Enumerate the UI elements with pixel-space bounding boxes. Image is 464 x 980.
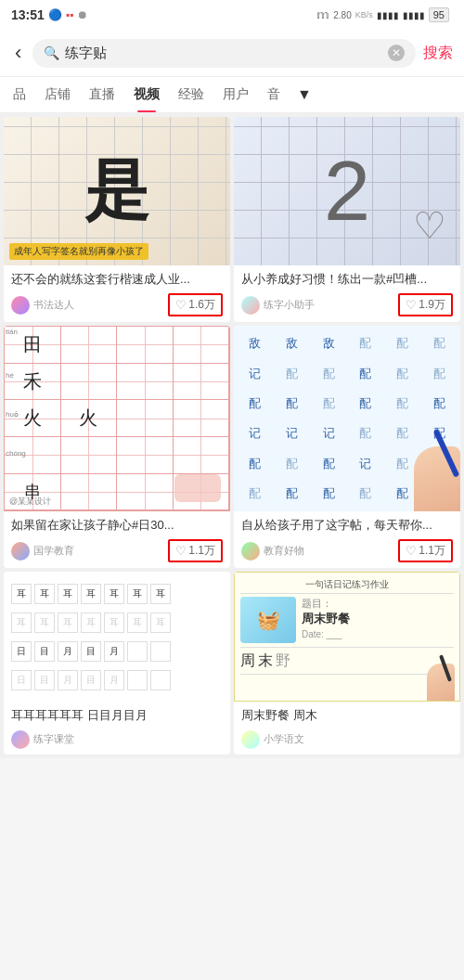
calligraphy-char: 是 bbox=[84, 148, 149, 235]
practice-char: 耳 bbox=[104, 584, 124, 604]
status-time: 13:51 bbox=[11, 7, 45, 22]
avatar-4 bbox=[241, 542, 260, 561]
card-title-2: 从小养成好习惯！练出一款#凹槽... bbox=[241, 271, 453, 288]
video-thumb-3: 田 禾 火 火 串 bbox=[4, 326, 230, 511]
video-card-4[interactable]: 敌 敌 敌 配 配 配 记 配 配 配 配 配 配 配 配 配 配 bbox=[234, 326, 460, 568]
tab-shop[interactable]: 店铺 bbox=[35, 77, 80, 112]
card-info-6: 周末野餐 周木 小学语文 bbox=[234, 702, 460, 754]
blue-cell: 配 bbox=[238, 480, 273, 508]
practice-char: 日 bbox=[11, 641, 32, 662]
video-card-2[interactable]: 2 ♡ 从小养成好习惯！练出一款#凹槽... 练字小助手 ♡ 1.9万 bbox=[234, 117, 460, 322]
practice-char: 目 bbox=[34, 670, 55, 690]
blue-cell: 配 bbox=[385, 390, 420, 418]
lined-sheet: 耳 耳 耳 耳 耳 耳 耳 耳 耳 耳 耳 耳 耳 耳 bbox=[4, 572, 230, 702]
practice-char: 月 bbox=[58, 641, 78, 662]
tian-cell bbox=[174, 327, 230, 364]
search-input-wrap[interactable]: 🔍 练字贴 ✕ bbox=[32, 39, 416, 68]
video-card-3[interactable]: 田 禾 火 火 串 bbox=[4, 326, 230, 568]
video-thumb-4: 敌 敌 敌 配 配 配 记 配 配 配 配 配 配 配 配 配 配 bbox=[234, 326, 460, 511]
avatar-3 bbox=[11, 542, 30, 561]
tian-cell bbox=[174, 364, 230, 401]
blue-cell: 敌 bbox=[238, 329, 273, 357]
tab-video[interactable]: 视频 bbox=[124, 77, 169, 112]
back-button[interactable]: ‹ bbox=[11, 37, 25, 69]
author-info-1: 书法达人 bbox=[11, 296, 74, 315]
video-card-5[interactable]: 耳 耳 耳 耳 耳 耳 耳 耳 耳 耳 耳 耳 耳 耳 bbox=[4, 572, 230, 754]
tian-cell bbox=[117, 437, 174, 474]
video-card-1[interactable]: 是 成年人写字签名就别再像小孩了 还不会的就练这套行楷速成人业... 书法达人 … bbox=[4, 117, 230, 322]
network-icon: 🔵 bbox=[48, 8, 62, 21]
tab-live[interactable]: 直播 bbox=[80, 77, 124, 112]
tian-cell bbox=[117, 474, 174, 511]
video-card-6[interactable]: 一句话日记练习作业 🧺 题目： 周末野餐 Date: ___ 周 末 bbox=[234, 572, 460, 754]
avatar-1 bbox=[11, 296, 30, 315]
blue-cell: 配 bbox=[311, 360, 346, 388]
tian-cell bbox=[61, 474, 118, 511]
blue-cell: 配 bbox=[238, 450, 273, 478]
tab-user[interactable]: 用户 bbox=[213, 77, 258, 112]
tab-goods[interactable]: 品 bbox=[4, 77, 35, 112]
clear-button[interactable]: ✕ bbox=[388, 45, 405, 61]
card-info-4: 自从给孩子用了这字帖，每天帮你... 教育好物 ♡ 1.1万 bbox=[234, 511, 460, 568]
blue-cell: 配 bbox=[238, 390, 273, 418]
battery-indicator: 95 bbox=[429, 7, 449, 22]
blue-cell: 记 bbox=[238, 360, 273, 388]
card-meta-2: 练字小助手 ♡ 1.9万 bbox=[241, 293, 453, 316]
heart-icon-2: ♡ bbox=[406, 298, 417, 312]
tian-cell bbox=[174, 437, 230, 474]
sim-icon: ▪▪ bbox=[66, 8, 74, 21]
like-count-2: ♡ 1.9万 bbox=[398, 293, 453, 316]
m-icon: 𝕞 bbox=[316, 8, 329, 21]
like-number-2: 1.9万 bbox=[419, 297, 445, 313]
practice-char: 目 bbox=[81, 641, 101, 662]
tab-music[interactable]: 音 bbox=[258, 77, 290, 112]
card-info-1: 还不会的就练这套行楷速成人业... 书法达人 ♡ 1.6万 bbox=[4, 265, 230, 322]
video-thumb-5: 耳 耳 耳 耳 耳 耳 耳 耳 耳 耳 耳 耳 耳 耳 bbox=[4, 572, 230, 702]
like-number-1: 1.6万 bbox=[188, 297, 215, 313]
tian-cell bbox=[117, 327, 174, 364]
search-button[interactable]: 搜索 bbox=[423, 44, 453, 63]
search-bar: ‹ 🔍 练字贴 ✕ 搜索 bbox=[0, 30, 464, 77]
blue-cell: 记 bbox=[275, 419, 310, 447]
blue-cell: 配 bbox=[275, 360, 310, 388]
tab-experience[interactable]: 经验 bbox=[169, 77, 213, 112]
card-info-5: 耳耳耳耳耳耳 日目月目月 练字课堂 bbox=[4, 702, 230, 754]
blue-cell: 配 bbox=[348, 419, 383, 447]
author-info-3: 国学教育 bbox=[11, 542, 74, 561]
video-thumb-2: 2 ♡ bbox=[234, 117, 460, 265]
video-thumb-1: 是 成年人写字签名就别再像小孩了 bbox=[4, 117, 230, 265]
practice-char: 月 bbox=[104, 670, 124, 690]
practice-char bbox=[150, 670, 171, 690]
tab-bar: 品 店铺 直播 视频 经验 用户 音 ▼ bbox=[0, 77, 464, 113]
blue-cell: 敌 bbox=[311, 329, 346, 357]
filter-icon[interactable]: ▼ bbox=[290, 77, 319, 112]
blue-cell: 配 bbox=[421, 329, 457, 357]
card-title-5: 耳耳耳耳耳耳 日目月目月 bbox=[11, 707, 223, 724]
number-char: 2 bbox=[324, 144, 370, 239]
card-meta-1: 书法达人 ♡ 1.6万 bbox=[11, 293, 223, 316]
practice-char: 耳 bbox=[150, 612, 171, 633]
like-count-4: ♡ 1.1万 bbox=[398, 539, 453, 562]
practice-char: 月 bbox=[58, 670, 78, 690]
author-name-2: 练字小助手 bbox=[264, 298, 315, 312]
author-name-4: 教育好物 bbox=[264, 544, 304, 558]
blue-cell: 配 bbox=[421, 360, 457, 388]
practice-line-2: 耳 耳 耳 耳 耳 耳 耳 bbox=[11, 612, 223, 633]
card-title-1: 还不会的就练这套行楷速成人业... bbox=[11, 271, 223, 288]
blue-cell: 记 bbox=[311, 419, 346, 447]
author-name-5: 练字课堂 bbox=[33, 732, 74, 746]
practice-char: 耳 bbox=[127, 612, 148, 633]
blue-cell: 配 bbox=[275, 390, 310, 418]
blue-cell: 配 bbox=[311, 450, 346, 478]
like-number-4: 1.1万 bbox=[419, 543, 445, 559]
author-name-3: 国学教育 bbox=[33, 544, 74, 558]
card-title-6: 周末野餐 周木 bbox=[241, 707, 453, 724]
heart-icon-4: ♡ bbox=[406, 544, 417, 558]
hand-pen-overlay bbox=[418, 654, 455, 701]
practice-char: 耳 bbox=[58, 584, 78, 604]
blue-cell: 配 bbox=[348, 329, 383, 357]
card-title-4: 自从给孩子用了这字帖，每天帮你... bbox=[241, 517, 453, 534]
textbook-header: 一句话日记练习作业 bbox=[240, 578, 454, 594]
practice-char: 目 bbox=[34, 641, 55, 662]
blue-cell: 配 bbox=[348, 480, 383, 508]
